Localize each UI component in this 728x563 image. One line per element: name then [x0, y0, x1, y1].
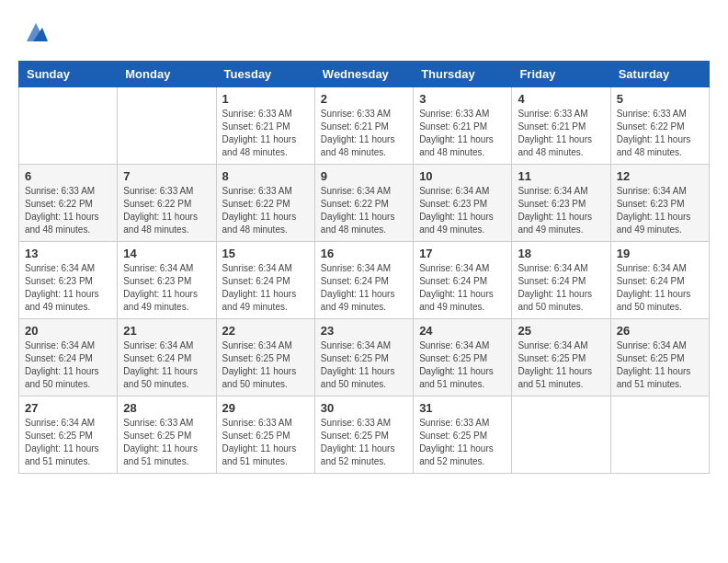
calendar-cell: 13Sunrise: 6:34 AM Sunset: 6:23 PM Dayli… [19, 242, 118, 319]
day-info: Sunrise: 6:34 AM Sunset: 6:25 PM Dayligh… [25, 417, 111, 468]
calendar-cell: 22Sunrise: 6:34 AM Sunset: 6:25 PM Dayli… [216, 319, 314, 396]
day-info: Sunrise: 6:33 AM Sunset: 6:22 PM Dayligh… [25, 185, 111, 236]
calendar-cell: 17Sunrise: 6:34 AM Sunset: 6:24 PM Dayli… [414, 242, 512, 319]
calendar-cell [512, 396, 610, 474]
day-number: 7 [123, 169, 210, 183]
day-info: Sunrise: 6:34 AM Sunset: 6:24 PM Dayligh… [617, 262, 703, 314]
day-number: 15 [222, 247, 309, 260]
calendar-week-row: 6Sunrise: 6:33 AM Sunset: 6:22 PM Daylig… [19, 165, 710, 242]
day-number: 11 [518, 169, 604, 183]
day-number: 14 [123, 247, 210, 260]
calendar-cell: 31Sunrise: 6:33 AM Sunset: 6:25 PM Dayli… [414, 396, 512, 474]
weekday-header: Monday [118, 62, 216, 87]
day-info: Sunrise: 6:33 AM Sunset: 6:25 PM Dayligh… [123, 417, 210, 468]
day-number: 8 [222, 169, 309, 183]
day-number: 18 [518, 247, 604, 260]
weekday-header: Wednesday [314, 62, 413, 87]
logo-icon [22, 18, 50, 46]
calendar-cell: 6Sunrise: 6:33 AM Sunset: 6:22 PM Daylig… [19, 165, 118, 242]
calendar-cell: 15Sunrise: 6:34 AM Sunset: 6:24 PM Dayli… [216, 242, 314, 319]
calendar-cell: 5Sunrise: 6:33 AM Sunset: 6:22 PM Daylig… [610, 87, 709, 165]
day-info: Sunrise: 6:34 AM Sunset: 6:22 PM Dayligh… [321, 185, 407, 236]
day-info: Sunrise: 6:34 AM Sunset: 6:24 PM Dayligh… [222, 262, 309, 314]
day-info: Sunrise: 6:34 AM Sunset: 6:23 PM Dayligh… [25, 262, 111, 314]
calendar-cell: 19Sunrise: 6:34 AM Sunset: 6:24 PM Dayli… [610, 242, 709, 319]
day-number: 4 [518, 92, 604, 106]
weekday-header: Thursday [414, 62, 512, 87]
day-number: 10 [419, 169, 506, 183]
day-number: 6 [25, 169, 111, 183]
day-info: Sunrise: 6:33 AM Sunset: 6:25 PM Dayligh… [419, 417, 506, 468]
calendar-header-row: SundayMondayTuesdayWednesdayThursdayFrid… [19, 62, 710, 87]
day-info: Sunrise: 6:34 AM Sunset: 6:24 PM Dayligh… [123, 339, 210, 391]
calendar-cell: 1Sunrise: 6:33 AM Sunset: 6:21 PM Daylig… [216, 87, 314, 165]
calendar-cell: 3Sunrise: 6:33 AM Sunset: 6:21 PM Daylig… [414, 87, 512, 165]
day-info: Sunrise: 6:33 AM Sunset: 6:21 PM Dayligh… [222, 108, 309, 159]
day-number: 16 [321, 247, 407, 260]
day-info: Sunrise: 6:34 AM Sunset: 6:25 PM Dayligh… [321, 339, 407, 391]
calendar-cell: 27Sunrise: 6:34 AM Sunset: 6:25 PM Dayli… [19, 396, 118, 474]
day-info: Sunrise: 6:34 AM Sunset: 6:25 PM Dayligh… [518, 339, 604, 391]
calendar-cell: 26Sunrise: 6:34 AM Sunset: 6:25 PM Dayli… [610, 319, 709, 396]
logo [18, 18, 50, 46]
calendar-cell: 29Sunrise: 6:33 AM Sunset: 6:25 PM Dayli… [216, 396, 314, 474]
day-number: 5 [617, 92, 703, 106]
day-number: 30 [321, 401, 407, 415]
day-info: Sunrise: 6:34 AM Sunset: 6:25 PM Dayligh… [419, 339, 506, 391]
weekday-header: Saturday [610, 62, 709, 87]
day-info: Sunrise: 6:33 AM Sunset: 6:22 PM Dayligh… [222, 185, 309, 236]
day-number: 31 [419, 401, 506, 415]
day-info: Sunrise: 6:33 AM Sunset: 6:22 PM Dayligh… [617, 108, 703, 159]
day-number: 17 [419, 247, 506, 260]
day-info: Sunrise: 6:34 AM Sunset: 6:25 PM Dayligh… [617, 339, 703, 391]
weekday-header: Friday [512, 62, 610, 87]
day-number: 21 [123, 324, 210, 338]
day-info: Sunrise: 6:33 AM Sunset: 6:21 PM Dayligh… [419, 108, 506, 159]
day-number: 12 [617, 169, 703, 183]
day-info: Sunrise: 6:34 AM Sunset: 6:24 PM Dayligh… [321, 262, 407, 314]
day-info: Sunrise: 6:34 AM Sunset: 6:24 PM Dayligh… [25, 339, 111, 391]
calendar-cell: 20Sunrise: 6:34 AM Sunset: 6:24 PM Dayli… [19, 319, 118, 396]
calendar-cell: 21Sunrise: 6:34 AM Sunset: 6:24 PM Dayli… [118, 319, 216, 396]
day-number: 22 [222, 324, 309, 338]
day-number: 9 [321, 169, 407, 183]
day-info: Sunrise: 6:33 AM Sunset: 6:21 PM Dayligh… [321, 108, 407, 159]
calendar-cell [19, 87, 118, 165]
day-number: 20 [25, 324, 111, 338]
calendar-cell: 2Sunrise: 6:33 AM Sunset: 6:21 PM Daylig… [314, 87, 413, 165]
day-info: Sunrise: 6:34 AM Sunset: 6:23 PM Dayligh… [419, 185, 506, 236]
calendar-week-row: 1Sunrise: 6:33 AM Sunset: 6:21 PM Daylig… [19, 87, 710, 165]
calendar-cell: 28Sunrise: 6:33 AM Sunset: 6:25 PM Dayli… [118, 396, 216, 474]
calendar-cell: 16Sunrise: 6:34 AM Sunset: 6:24 PM Dayli… [314, 242, 413, 319]
day-number: 23 [321, 324, 407, 338]
day-number: 29 [222, 401, 309, 415]
day-number: 2 [321, 92, 407, 106]
calendar-cell: 24Sunrise: 6:34 AM Sunset: 6:25 PM Dayli… [414, 319, 512, 396]
day-number: 24 [419, 324, 506, 338]
calendar-cell: 8Sunrise: 6:33 AM Sunset: 6:22 PM Daylig… [216, 165, 314, 242]
day-number: 3 [419, 92, 506, 106]
day-info: Sunrise: 6:34 AM Sunset: 6:23 PM Dayligh… [617, 185, 703, 236]
day-info: Sunrise: 6:33 AM Sunset: 6:21 PM Dayligh… [518, 108, 604, 159]
calendar-cell: 4Sunrise: 6:33 AM Sunset: 6:21 PM Daylig… [512, 87, 610, 165]
day-info: Sunrise: 6:34 AM Sunset: 6:23 PM Dayligh… [518, 185, 604, 236]
day-number: 19 [617, 247, 703, 260]
calendar-week-row: 27Sunrise: 6:34 AM Sunset: 6:25 PM Dayli… [19, 396, 710, 474]
calendar-cell [118, 87, 216, 165]
day-info: Sunrise: 6:34 AM Sunset: 6:23 PM Dayligh… [123, 262, 210, 314]
day-number: 1 [222, 92, 309, 106]
day-info: Sunrise: 6:34 AM Sunset: 6:24 PM Dayligh… [419, 262, 506, 314]
calendar-cell: 7Sunrise: 6:33 AM Sunset: 6:22 PM Daylig… [118, 165, 216, 242]
day-number: 25 [518, 324, 604, 338]
page-header [18, 18, 710, 46]
weekday-header: Sunday [19, 62, 118, 87]
day-info: Sunrise: 6:34 AM Sunset: 6:24 PM Dayligh… [518, 262, 604, 314]
calendar-table: SundayMondayTuesdayWednesdayThursdayFrid… [18, 61, 710, 474]
calendar-week-row: 20Sunrise: 6:34 AM Sunset: 6:24 PM Dayli… [19, 319, 710, 396]
day-number: 28 [123, 401, 210, 415]
day-info: Sunrise: 6:33 AM Sunset: 6:22 PM Dayligh… [123, 185, 210, 236]
calendar-cell: 12Sunrise: 6:34 AM Sunset: 6:23 PM Dayli… [610, 165, 709, 242]
day-info: Sunrise: 6:34 AM Sunset: 6:25 PM Dayligh… [222, 339, 309, 391]
calendar-cell: 25Sunrise: 6:34 AM Sunset: 6:25 PM Dayli… [512, 319, 610, 396]
day-number: 26 [617, 324, 703, 338]
